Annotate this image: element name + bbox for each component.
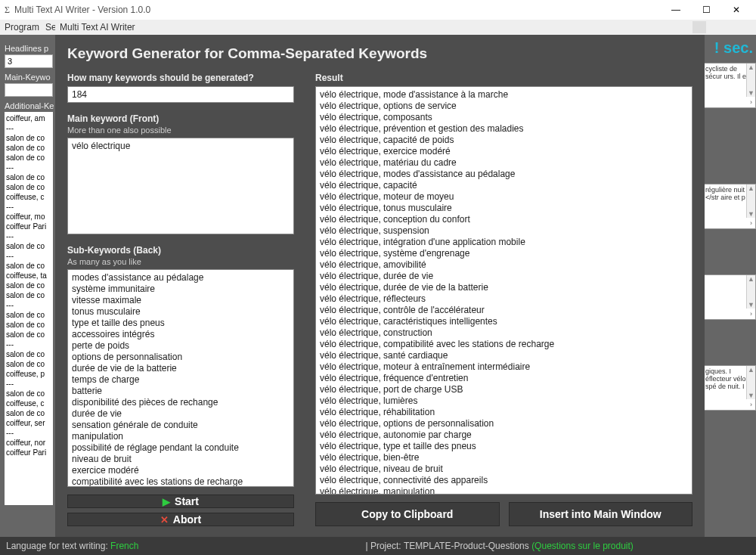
window-titlebar: Σ Multi Text AI Writer - Version 1.0.0 —…: [0, 0, 756, 20]
additional-keywords-label: Additional-Ke: [5, 101, 52, 110]
main-left-panel: Headlines p Main-Keywo Additional-Ke coi…: [0, 35, 57, 537]
chevron-right-icon: ›: [750, 98, 752, 106]
inner-close-button[interactable]: [692, 21, 706, 33]
start-button[interactable]: ▶Start: [67, 495, 294, 508]
preview-box-1[interactable]: cycliste de sécur urs. Il e ›: [703, 63, 756, 108]
main-right-panel: ! sec. cycliste de sécur urs. Il e › rég…: [703, 35, 756, 537]
main-keyword-input[interactable]: [5, 83, 53, 97]
status-project-value: TEMPLATE-Product-Questions: [404, 541, 529, 551]
sub-keywords-label: Sub-Keywords (Back): [67, 245, 294, 256]
dialog-title: Keyword Generator for Comma-Separated Ke…: [67, 45, 692, 62]
status-project-label: Project:: [370, 541, 401, 551]
play-icon: ▶: [163, 496, 170, 507]
status-project-note: (Questions sur le produit): [531, 541, 634, 551]
chevron-right-icon: ›: [750, 401, 752, 408]
keyword-generator-dialog: Keyword Generator for Comma-Separated Ke…: [55, 35, 705, 537]
inner-window-title: Multi Text AI Writer: [60, 22, 135, 33]
preview-box-3[interactable]: ›: [703, 274, 756, 320]
sub-keywords-hint: As many as you like: [67, 257, 294, 266]
menu-program[interactable]: Program: [5, 22, 39, 33]
status-language-value: French: [110, 541, 138, 551]
inner-window-titlebar: Multi Text AI Writer: [55, 20, 711, 35]
minimize-button[interactable]: —: [661, 0, 691, 20]
cancel-icon: ✕: [160, 514, 169, 526]
status-language-label: Language for text writing:: [6, 541, 108, 551]
result-label: Result: [315, 73, 692, 83]
statusbar: Language for text writing: French | Proj…: [0, 537, 756, 555]
copy-clipboard-button[interactable]: Copy to Clipboard: [315, 502, 500, 526]
abort-button[interactable]: ✕Abort: [67, 513, 294, 526]
preview-box-4[interactable]: giques. I éflecteur vélo spé de nuit. I›: [703, 365, 756, 411]
window-title: Multi Text AI Writer - Version 1.0.0: [14, 5, 661, 15]
chevron-right-icon: ›: [750, 219, 752, 227]
result-textarea[interactable]: [315, 86, 692, 495]
sub-keywords-textarea[interactable]: [67, 269, 294, 487]
main-keyword-label: Main-Keywo: [5, 73, 52, 82]
count-input[interactable]: [67, 86, 294, 103]
preview-box-2[interactable]: régulière nuit </str aire et p›: [703, 184, 756, 229]
insert-main-button[interactable]: Insert into Main Window: [509, 502, 693, 526]
maximize-button[interactable]: ☐: [691, 0, 721, 20]
chevron-right-icon: ›: [750, 310, 752, 318]
headlines-input[interactable]: [5, 54, 53, 68]
headlines-label: Headlines p: [5, 44, 52, 53]
main-keyword-textarea[interactable]: [67, 138, 294, 234]
count-label: How many keywords should be generated?: [67, 73, 294, 83]
main-keyword-hint: More than one also possible: [67, 126, 294, 135]
main-keyword-label: Main keyword (Front): [67, 113, 294, 124]
keywords-list-fragment[interactable]: coiffeur, am---salon de cosalon de cosal…: [5, 112, 53, 505]
app-icon: Σ: [5, 5, 10, 16]
close-button[interactable]: ✕: [721, 0, 751, 20]
sec-badge: ! sec.: [703, 39, 756, 57]
